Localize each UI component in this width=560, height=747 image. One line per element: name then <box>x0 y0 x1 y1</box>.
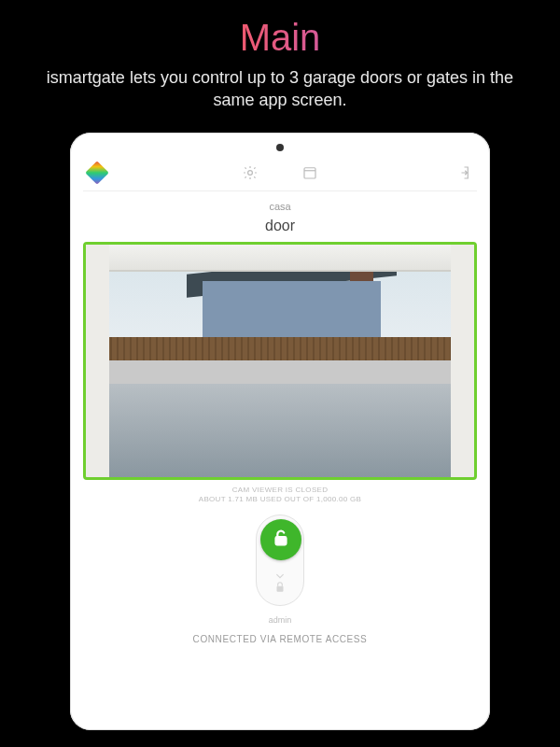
svg-rect-3 <box>276 537 287 544</box>
chevron-down-icon <box>275 573 285 579</box>
tablet-camera-dot <box>276 144 284 151</box>
toggle-locked-hint <box>257 573 303 598</box>
lock-icon <box>273 581 287 598</box>
unlock-icon <box>271 528 291 552</box>
settings-icon[interactable] <box>242 164 259 181</box>
connection-status: CONNECTED VIA REMOTE ACCESS <box>83 625 477 644</box>
camera-viewer[interactable] <box>83 242 477 480</box>
exit-icon[interactable] <box>455 164 471 181</box>
calendar-icon[interactable] <box>301 164 318 181</box>
cam-status-line2: ABOUT 1.71 MB USED OUT OF 1,000.00 GB <box>83 495 477 505</box>
svg-rect-4 <box>277 586 284 592</box>
svg-rect-1 <box>304 167 315 177</box>
cam-status-line1: CAM VIEWER IS CLOSED <box>83 486 477 496</box>
svg-point-0 <box>248 170 253 175</box>
door-name: door <box>83 214 477 242</box>
app-logo-icon[interactable] <box>89 164 105 181</box>
camera-image <box>86 245 474 477</box>
camera-status: CAM VIEWER IS CLOSED ABOUT 1.71 MB USED … <box>83 480 477 506</box>
user-label: admin <box>83 612 477 625</box>
app-toolbar <box>83 159 477 191</box>
hero-subtitle: ismartgate lets you control up to 3 gara… <box>0 59 560 133</box>
toggle-knob-unlocked <box>260 519 301 560</box>
tablet-frame: casa door CAM VIEWER IS CLOSED ABOUT 1.7… <box>70 133 490 730</box>
door-toggle[interactable] <box>256 514 304 606</box>
hero-title: Main <box>0 0 560 59</box>
location-label: casa <box>83 191 477 214</box>
